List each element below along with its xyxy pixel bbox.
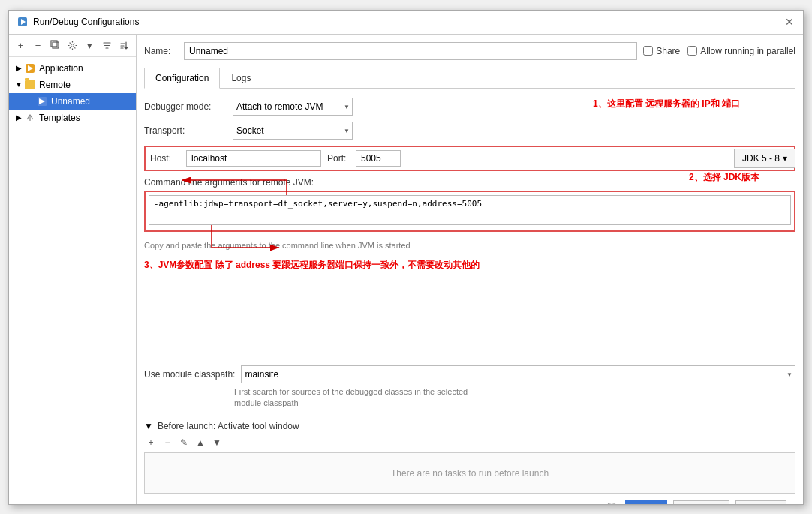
- right-panel: Name: Share Allow running in parallel Co…: [137, 35, 803, 504]
- expand-arrow-templates: ▶: [14, 113, 24, 123]
- tree-area: ▶ Application ▼ Remote: [9, 57, 136, 504]
- config-run-icon: [36, 95, 48, 107]
- name-row: Name: Share Allow running in parallel: [144, 42, 795, 60]
- dialog-actions: ? OK Cancel Apply: [604, 500, 786, 503]
- title-bar: Run/Debug Configurations ✕: [9, 11, 803, 35]
- before-launch-arrow: ▼: [144, 421, 153, 431]
- tabs: Configuration Logs: [144, 68, 795, 89]
- main-content: + − ▾ ▶: [9, 35, 803, 504]
- transport-label: Transport:: [144, 125, 227, 136]
- cmd-box: -agentlib:jdwp=transport=dt_socket,serve…: [144, 191, 795, 232]
- left-toolbar: + − ▾: [9, 35, 136, 57]
- arrow-down-btn[interactable]: ▾: [83, 38, 97, 53]
- filter-button[interactable]: [100, 38, 114, 53]
- dialog-icon: [17, 16, 29, 28]
- tree-item-application[interactable]: ▶ Application: [9, 60, 136, 77]
- debugger-mode-select-wrapper: Attach to remote JVM Listen to remote JV…: [233, 98, 353, 116]
- close-button[interactable]: ✕: [783, 16, 795, 28]
- host-input[interactable]: [186, 150, 321, 167]
- name-input[interactable]: [184, 42, 637, 60]
- transport-row: Transport: Socket Shared memory: [144, 122, 795, 140]
- host-port-row: Host: Port:: [144, 146, 795, 171]
- module-hint: First search for sources of the debugged…: [144, 386, 795, 410]
- share-label: Share: [656, 46, 680, 56]
- application-icon: [24, 62, 36, 74]
- svg-rect-2: [53, 42, 59, 48]
- right-panel-inner: Debugger mode: Attach to remote JVM List…: [144, 98, 795, 494]
- before-launch-up-btn[interactable]: ▲: [194, 436, 207, 449]
- before-launch-header: ▼ Before launch: Activate tool window: [144, 421, 795, 431]
- cmd-args-label: Command line arguments for remote JVM:: [144, 177, 795, 188]
- before-launch-down-btn[interactable]: ▼: [210, 436, 224, 449]
- apply-button[interactable]: Apply: [735, 500, 786, 503]
- allow-parallel-label: Allow running in parallel: [700, 46, 795, 56]
- expand-arrow-remote: ▼: [14, 80, 24, 90]
- cmd-section: Command line arguments for remote JVM: -…: [144, 177, 795, 232]
- before-launch-box: There are no tasks to run before launch: [144, 452, 795, 494]
- add-button[interactable]: +: [14, 38, 28, 53]
- module-classpath-select[interactable]: mainsite: [241, 365, 795, 383]
- module-hint-line1: First search for sources of the debugged…: [234, 387, 468, 396]
- allow-parallel-checkbox[interactable]: [687, 46, 697, 56]
- application-label: Application: [39, 63, 83, 74]
- remote-label: Remote: [39, 80, 71, 90]
- tree-item-unnamed[interactable]: Unnamed: [9, 93, 136, 110]
- debugger-mode-row: Debugger mode: Attach to remote JVM List…: [144, 98, 795, 116]
- host-label: Host:: [150, 153, 180, 164]
- ok-button[interactable]: OK: [625, 500, 666, 503]
- expand-arrow-application: ▶: [14, 63, 24, 74]
- transport-select-wrapper: Socket Shared memory: [233, 122, 353, 140]
- before-launch-remove-btn[interactable]: −: [161, 436, 174, 449]
- allow-parallel-checkbox-label[interactable]: Allow running in parallel: [687, 46, 795, 56]
- debugger-mode-select[interactable]: Attach to remote JVM Listen to remote JV…: [233, 98, 353, 116]
- before-launch-section: ▼ Before launch: Activate tool window + …: [144, 421, 795, 494]
- jdk-arrow: ▾: [783, 153, 787, 164]
- before-launch-add-btn[interactable]: +: [144, 436, 158, 449]
- debugger-mode-label: Debugger mode:: [144, 101, 227, 112]
- run-debug-dialog: Run/Debug Configurations ✕ + − ▾: [8, 10, 804, 505]
- share-checkbox[interactable]: [643, 46, 653, 56]
- title-bar-left: Run/Debug Configurations: [17, 16, 139, 28]
- unnamed-label: Unnamed: [51, 96, 90, 107]
- before-launch-edit-btn[interactable]: ✎: [177, 436, 191, 449]
- remove-button[interactable]: −: [31, 38, 45, 53]
- help-button[interactable]: ?: [604, 503, 619, 503]
- left-panel: + − ▾ ▶: [9, 35, 137, 504]
- settings-button[interactable]: [65, 38, 80, 53]
- annotation-3: 3、JVM参数配置 除了 address 要跟远程服务器端口保持一致外，不需要改…: [144, 259, 594, 272]
- templates-label: Templates: [39, 113, 80, 123]
- name-label: Name:: [144, 46, 178, 56]
- tree-item-templates[interactable]: ▶ Templates: [9, 110, 136, 126]
- jdk-label: JDK 5 - 8: [742, 153, 780, 164]
- dialog-buttons: OK Cancel Apply: [625, 500, 786, 503]
- jdk-section: JDK 5 - 8 ▾ 2、选择 JDK版本: [734, 149, 795, 168]
- no-tasks-label: There are no tasks to run before launch: [391, 468, 549, 479]
- copy-button[interactable]: [48, 38, 62, 53]
- tab-logs[interactable]: Logs: [220, 68, 262, 89]
- module-hint-line2: module classpath: [234, 398, 299, 407]
- before-launch-title: Before launch: Activate tool window: [158, 421, 299, 431]
- cancel-button[interactable]: Cancel: [673, 500, 729, 503]
- remote-folder-icon: [24, 79, 36, 91]
- module-classpath-row: Use module classpath: mainsite: [144, 365, 795, 383]
- sort-button[interactable]: [117, 38, 131, 53]
- transport-select[interactable]: Socket Shared memory: [233, 122, 353, 140]
- before-launch-toolbar: + − ✎ ▲ ▼: [144, 436, 795, 449]
- tree-item-remote[interactable]: ▼ Remote: [9, 77, 136, 93]
- module-classpath-label: Use module classpath:: [144, 369, 235, 380]
- svg-rect-3: [51, 41, 57, 47]
- share-checkbox-label[interactable]: Share: [643, 46, 680, 56]
- cmd-hint: Copy and paste the arguments to the comm…: [144, 241, 795, 250]
- svg-point-4: [71, 44, 74, 47]
- module-select-wrapper: mainsite: [241, 365, 795, 383]
- templates-icon: [24, 112, 36, 124]
- annotation-1: 1、这里配置 远程服务器的 IP和 端口: [593, 98, 788, 110]
- dialog-title: Run/Debug Configurations: [33, 17, 139, 27]
- header-right: Share Allow running in parallel: [643, 46, 795, 56]
- tab-configuration[interactable]: Configuration: [144, 68, 220, 89]
- jdk-button[interactable]: JDK 5 - 8 ▾: [734, 149, 795, 168]
- port-input[interactable]: [356, 150, 401, 167]
- port-label: Port:: [327, 153, 350, 164]
- bottom-bar: Show this page Activate tool window ? OK…: [144, 494, 795, 503]
- cmd-args-textarea[interactable]: -agentlib:jdwp=transport=dt_socket,serve…: [149, 195, 791, 225]
